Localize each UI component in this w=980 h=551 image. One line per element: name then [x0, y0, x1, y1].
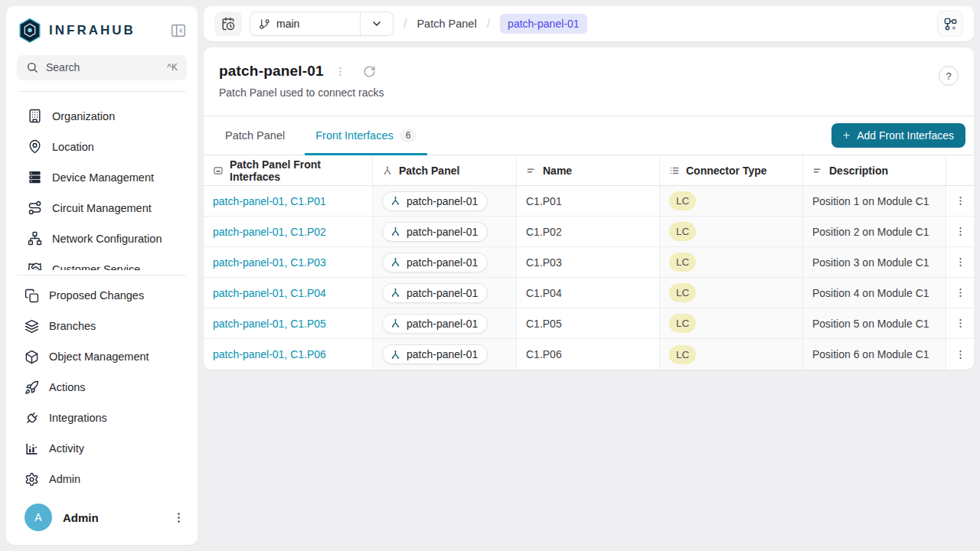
front-interfaces-table: Patch Panel Front Interfaces Patch Panel…: [204, 155, 974, 370]
object-kebab-menu-icon[interactable]: [335, 66, 346, 77]
main-area: main / Patch Panel / patch-panel-01: [204, 6, 974, 545]
name-cell: C1.P06: [517, 339, 660, 370]
sidebar-header: INFRAHUB: [6, 6, 198, 54]
server-icon: [28, 170, 42, 184]
kebab-menu-icon[interactable]: [955, 349, 966, 360]
tab-patch-panel[interactable]: Patch Panel: [217, 116, 292, 155]
patch-panel-cell: patch-panel-01: [373, 217, 517, 246]
table-row: patch-panel-01, C1.P02 patch-panel-01 C1…: [204, 217, 974, 247]
refresh-icon[interactable]: [363, 65, 376, 78]
add-front-interfaces-button[interactable]: + Add Front Interfaces: [831, 123, 965, 148]
sidebar-nav-primary: Organization Location Device Management …: [6, 101, 198, 270]
breadcrumb-current-chip[interactable]: patch-panel-01: [500, 14, 586, 34]
patch-panel-chip[interactable]: patch-panel-01: [382, 222, 488, 242]
row-actions-cell: [946, 278, 974, 308]
description-cell: Position 1 on Module C1: [803, 186, 946, 216]
breadcrumb-patch-panel[interactable]: Patch Panel: [416, 18, 476, 30]
name-cell: C1.P02: [517, 217, 660, 246]
patch-panel-cell: patch-panel-01: [373, 278, 517, 308]
table-row: patch-panel-01, C1.P06 patch-panel-01 C1…: [204, 339, 974, 370]
sidebar-item-device-management[interactable]: Device Management: [6, 162, 198, 193]
relationship-icon: [382, 165, 393, 176]
patch-panel-chip[interactable]: patch-panel-01: [382, 344, 488, 364]
front-interface-link[interactable]: patch-panel-01, C1.P01: [204, 186, 373, 216]
name-cell: C1.P01: [517, 186, 660, 216]
description-cell: Position 6 on Module C1: [803, 339, 946, 370]
sidebar-item-actions[interactable]: Actions: [6, 372, 198, 403]
sidebar-item-admin[interactable]: Admin: [6, 464, 198, 494]
sidebar-item-branches[interactable]: Branches: [6, 311, 198, 341]
sidebar-item-organization[interactable]: Organization: [6, 101, 198, 132]
connector-type-cell: LC: [660, 186, 803, 216]
sidebar-item-activity[interactable]: Activity: [6, 433, 198, 464]
connector-type-cell: LC: [660, 339, 803, 370]
branch-dropdown-toggle[interactable]: [360, 12, 393, 35]
branch-selector[interactable]: main: [250, 11, 394, 36]
description-cell: Position 4 on Module C1: [803, 278, 946, 308]
row-actions-cell: [946, 247, 974, 277]
table-body: patch-panel-01, C1.P01 patch-panel-01 C1…: [204, 186, 974, 370]
brand-name: INFRAHUB: [49, 23, 136, 38]
help-button[interactable]: ?: [939, 66, 959, 86]
chevron-down-icon: [371, 18, 383, 30]
user-name: Admin: [63, 511, 99, 524]
relationship-icon: [390, 195, 401, 207]
search-icon: [26, 61, 38, 73]
branch-name: main: [276, 18, 299, 30]
connector-type-cell: LC: [660, 217, 803, 246]
plus-icon: +: [843, 129, 850, 142]
tab-front-interfaces[interactable]: Front Interfaces 6: [308, 116, 424, 155]
sidebar-item-location[interactable]: Location: [6, 132, 198, 162]
patch-panel-chip[interactable]: patch-panel-01: [382, 253, 488, 272]
map-pin-icon: [28, 139, 42, 154]
connector-type-badge: LC: [669, 345, 696, 364]
row-actions-cell: [946, 186, 974, 216]
kebab-menu-icon[interactable]: [955, 256, 966, 268]
sidebar: INFRAHUB Search ^K Organization Locatio: [6, 6, 198, 545]
connector-type-badge: LC: [669, 222, 696, 241]
row-actions-cell: [946, 217, 974, 246]
front-interface-link[interactable]: patch-panel-01, C1.P06: [204, 339, 373, 370]
kebab-menu-icon[interactable]: [955, 195, 966, 207]
column-header-description: Description: [803, 155, 946, 185]
handshake-icon: [28, 262, 42, 270]
brand[interactable]: INFRAHUB: [18, 18, 136, 44]
sidebar-collapse-icon[interactable]: [170, 22, 187, 39]
plug-icon: [24, 411, 39, 425]
sidebar-item-customer-service[interactable]: Customer Service: [6, 254, 198, 270]
sidebar-item-network-configuration[interactable]: Network Configuration: [6, 223, 198, 254]
relationship-icon: [390, 226, 401, 237]
front-interface-link[interactable]: patch-panel-01, C1.P04: [204, 278, 373, 308]
sidebar-item-circuit-management[interactable]: Circuit Management: [6, 193, 198, 223]
patch-panel-chip[interactable]: patch-panel-01: [382, 191, 488, 211]
kebab-menu-icon[interactable]: [955, 287, 966, 298]
front-interface-link[interactable]: patch-panel-01, C1.P02: [204, 217, 373, 246]
divider: [18, 275, 186, 276]
user-kebab-menu-icon[interactable]: [172, 511, 185, 524]
kebab-menu-icon[interactable]: [955, 226, 966, 237]
table-header-row: Patch Panel Front Interfaces Patch Panel…: [204, 155, 974, 186]
connector-type-badge: LC: [669, 253, 696, 272]
schema-visualizer-button[interactable]: [937, 11, 963, 37]
patch-panel-chip[interactable]: patch-panel-01: [382, 314, 488, 334]
sidebar-item-integrations[interactable]: Integrations: [6, 403, 198, 433]
branch-current: main: [250, 12, 360, 35]
diff-icon: [24, 289, 39, 303]
kebab-menu-icon[interactable]: [955, 318, 966, 329]
table-row: patch-panel-01, C1.P04 patch-panel-01 C1…: [204, 278, 974, 308]
name-cell: C1.P03: [517, 247, 660, 277]
search-input[interactable]: Search ^K: [17, 55, 187, 80]
breadcrumb-separator: /: [403, 17, 407, 31]
column-header-name: Name: [517, 155, 660, 185]
user-menu[interactable]: A Admin: [6, 494, 198, 545]
front-interface-link[interactable]: patch-panel-01, C1.P05: [204, 308, 373, 338]
schema-icon: [943, 17, 958, 31]
front-interface-link[interactable]: patch-panel-01, C1.P03: [204, 247, 373, 277]
tab-count-badge: 6: [400, 129, 417, 142]
sidebar-item-object-management[interactable]: Object Management: [6, 341, 198, 372]
sidebar-item-proposed-changes[interactable]: Proposed Changes: [6, 280, 198, 311]
time-travel-button[interactable]: [214, 11, 242, 36]
patch-panel-chip[interactable]: patch-panel-01: [382, 283, 488, 303]
calendar-clock-icon: [221, 17, 235, 31]
row-actions-cell: [946, 339, 974, 370]
